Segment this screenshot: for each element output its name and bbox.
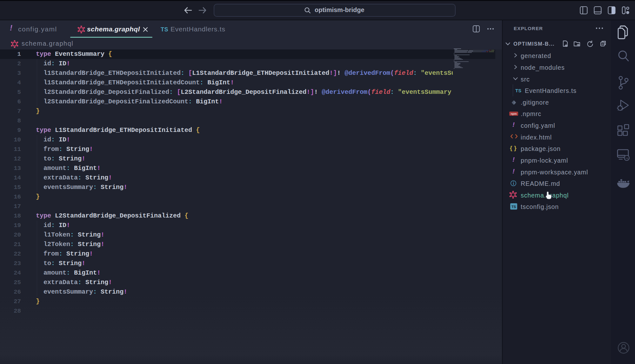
svg-text:npm: npm <box>511 112 517 115</box>
svg-text:>s: >s <box>625 157 628 160</box>
svg-text:TS: TS <box>511 205 516 209</box>
